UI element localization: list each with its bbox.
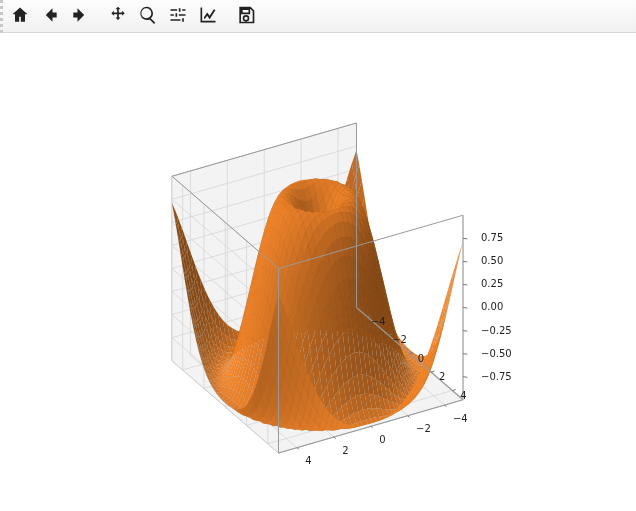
- toolbar-separator: [223, 16, 231, 17]
- zoom-button[interactable]: [134, 2, 162, 30]
- move-icon: [108, 5, 128, 28]
- svg-line-64: [463, 354, 467, 355]
- svg-text:0: 0: [418, 353, 424, 364]
- back-button[interactable]: [36, 2, 64, 30]
- svg-line-72: [463, 261, 467, 262]
- svg-line-50: [452, 390, 455, 391]
- svg-line-48: [431, 371, 434, 372]
- home-icon: [10, 5, 30, 28]
- svg-line-70: [463, 284, 467, 285]
- svg-text:0.25: 0.25: [481, 278, 503, 289]
- zoom-icon: [138, 5, 158, 28]
- svg-line-66: [463, 331, 467, 332]
- toolbar-separator: [95, 16, 103, 17]
- svg-text:0.00: 0.00: [481, 301, 503, 312]
- pan-button[interactable]: [104, 2, 132, 30]
- svg-text:−4: −4: [453, 413, 468, 424]
- svg-line-62: [463, 377, 467, 378]
- configure-subplots-button[interactable]: [164, 2, 192, 30]
- save-icon: [236, 5, 256, 28]
- save-button[interactable]: [232, 2, 260, 30]
- edit-axis-button[interactable]: [194, 2, 222, 30]
- svg-line-58: [334, 437, 336, 439]
- arrow-right-icon: [70, 5, 90, 28]
- svg-line-54: [408, 416, 410, 418]
- matplotlib-toolbar: [0, 0, 636, 33]
- plot-canvas[interactable]: −4−2024−4−2024−0.75−0.50−0.250.000.250.5…: [0, 33, 636, 511]
- surface-plot: −4−2024−4−2024−0.75−0.50−0.250.000.250.5…: [0, 33, 636, 511]
- svg-text:−0.25: −0.25: [481, 325, 512, 336]
- arrow-left-icon: [40, 5, 60, 28]
- svg-text:2: 2: [342, 445, 348, 456]
- home-button[interactable]: [6, 2, 34, 30]
- svg-text:0.75: 0.75: [481, 232, 503, 243]
- svg-text:2: 2: [439, 371, 445, 382]
- svg-text:4: 4: [305, 455, 311, 466]
- svg-line-60: [297, 448, 299, 450]
- svg-text:−2: −2: [416, 423, 431, 434]
- svg-line-74: [463, 238, 467, 239]
- svg-text:0.50: 0.50: [481, 255, 503, 266]
- chart-line-icon: [198, 5, 218, 28]
- svg-text:−0.50: −0.50: [481, 348, 512, 359]
- forward-button[interactable]: [66, 2, 94, 30]
- svg-text:−0.75: −0.75: [481, 371, 512, 382]
- svg-line-68: [463, 307, 467, 308]
- svg-line-56: [371, 426, 373, 428]
- svg-text:−2: −2: [392, 334, 407, 345]
- sliders-icon: [168, 5, 188, 28]
- svg-text:−4: −4: [371, 316, 386, 327]
- svg-text:0: 0: [379, 434, 385, 445]
- svg-text:4: 4: [460, 390, 466, 401]
- svg-line-52: [445, 405, 447, 407]
